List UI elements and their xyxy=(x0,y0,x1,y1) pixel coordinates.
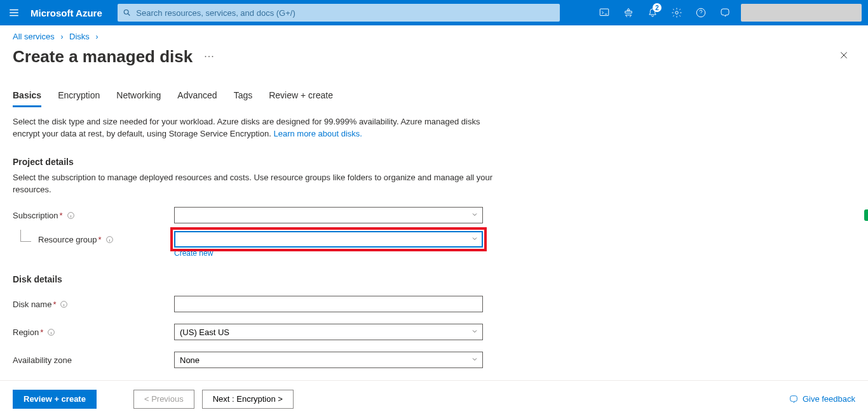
label-disk-name: Disk name xyxy=(13,300,51,309)
row-resource-group: Resource group * xyxy=(13,231,832,248)
label-resource-group: Resource group xyxy=(38,235,97,244)
svg-rect-1 xyxy=(600,9,609,16)
label-subscription: Subscription xyxy=(13,211,58,220)
previous-button[interactable]: < Previous xyxy=(133,390,194,409)
tab-encryption[interactable]: Encryption xyxy=(58,86,100,107)
search-icon xyxy=(123,8,132,17)
tab-advanced[interactable]: Advanced xyxy=(177,86,217,107)
required-marker: * xyxy=(40,328,43,337)
feedback-icon xyxy=(789,394,799,404)
tab-review[interactable]: Review + create xyxy=(269,86,333,107)
chevron-right-icon: › xyxy=(60,32,63,41)
notifications-icon[interactable]: 2 xyxy=(641,0,665,25)
label-region: Region xyxy=(13,328,39,337)
brand-label[interactable]: Microsoft Azure xyxy=(28,8,114,18)
row-disk-name: Disk name * xyxy=(13,296,832,312)
search-input[interactable] xyxy=(136,4,554,22)
info-icon[interactable] xyxy=(47,328,55,336)
page-title: Create a managed disk xyxy=(13,47,193,67)
tab-networking[interactable]: Networking xyxy=(116,86,161,107)
chevron-down-icon xyxy=(471,211,478,220)
subscription-dropdown[interactable] xyxy=(174,207,483,223)
resource-group-dropdown[interactable] xyxy=(174,231,483,248)
settings-icon[interactable] xyxy=(665,0,689,25)
info-icon[interactable] xyxy=(105,235,114,244)
create-new-link[interactable]: Create new xyxy=(174,249,832,258)
review-create-button[interactable]: Review + create xyxy=(13,390,97,409)
project-details-sub: Select the subscription to manage deploy… xyxy=(13,172,496,196)
give-feedback-link[interactable]: Give feedback xyxy=(789,394,855,404)
required-marker: * xyxy=(60,211,63,220)
side-handle[interactable] xyxy=(864,209,868,221)
content-scroll[interactable]: Basics Encryption Networking Advanced Ta… xyxy=(0,83,868,380)
feedback-label: Give feedback xyxy=(803,394,855,404)
close-button[interactable] xyxy=(832,45,855,68)
tab-tags[interactable]: Tags xyxy=(234,86,253,107)
availability-zone-dropdown[interactable]: None xyxy=(174,352,483,368)
region-dropdown[interactable]: (US) East US xyxy=(174,324,483,340)
cloud-shell-icon[interactable] xyxy=(592,0,616,25)
account-area[interactable] xyxy=(741,4,862,22)
breadcrumb-all-services[interactable]: All services xyxy=(13,32,55,41)
chevron-right-icon: › xyxy=(95,32,98,41)
svg-point-0 xyxy=(124,10,128,14)
search-box[interactable] xyxy=(118,4,560,22)
svg-point-2 xyxy=(675,11,679,15)
intro-text: Select the disk type and size needed for… xyxy=(13,116,496,140)
required-marker: * xyxy=(53,300,56,309)
next-button[interactable]: Next : Encryption > xyxy=(202,390,294,409)
tab-basics[interactable]: Basics xyxy=(13,86,41,107)
info-icon[interactable] xyxy=(60,300,68,308)
notification-badge: 2 xyxy=(653,3,661,12)
info-icon[interactable] xyxy=(67,211,75,220)
title-bar: Create a managed disk ··· xyxy=(0,45,868,74)
feedback-top-icon[interactable] xyxy=(713,0,737,25)
chevron-down-icon xyxy=(471,328,478,337)
breadcrumb-disks[interactable]: Disks xyxy=(69,32,90,41)
availability-zone-value: None xyxy=(180,355,200,365)
help-icon[interactable] xyxy=(689,0,713,25)
menu-icon[interactable] xyxy=(0,0,28,25)
chevron-down-icon xyxy=(471,355,478,365)
disk-details-heading: Disk details xyxy=(13,274,832,284)
chevron-down-icon xyxy=(471,235,478,244)
project-details-heading: Project details xyxy=(13,157,832,167)
disk-name-input[interactable] xyxy=(174,296,483,312)
action-bar: Review + create < Previous Next : Encryp… xyxy=(0,380,868,417)
learn-more-link[interactable]: Learn more about disks. xyxy=(273,129,362,138)
more-actions-icon[interactable]: ··· xyxy=(204,51,214,62)
directories-icon[interactable] xyxy=(616,0,641,25)
top-icon-group: 2 xyxy=(592,0,737,25)
intro-copy: Select the disk type and size needed for… xyxy=(13,117,480,138)
required-marker: * xyxy=(98,235,102,244)
breadcrumb: All services › Disks › xyxy=(0,25,868,45)
region-value: (US) East US xyxy=(180,328,229,337)
top-bar: Microsoft Azure 2 xyxy=(0,0,868,25)
row-subscription: Subscription * xyxy=(13,207,832,223)
row-availability-zone: Availability zone None xyxy=(13,352,832,368)
row-region: Region * (US) East US xyxy=(13,324,832,340)
label-availability-zone: Availability zone xyxy=(13,355,72,365)
tab-bar: Basics Encryption Networking Advanced Ta… xyxy=(13,86,832,107)
